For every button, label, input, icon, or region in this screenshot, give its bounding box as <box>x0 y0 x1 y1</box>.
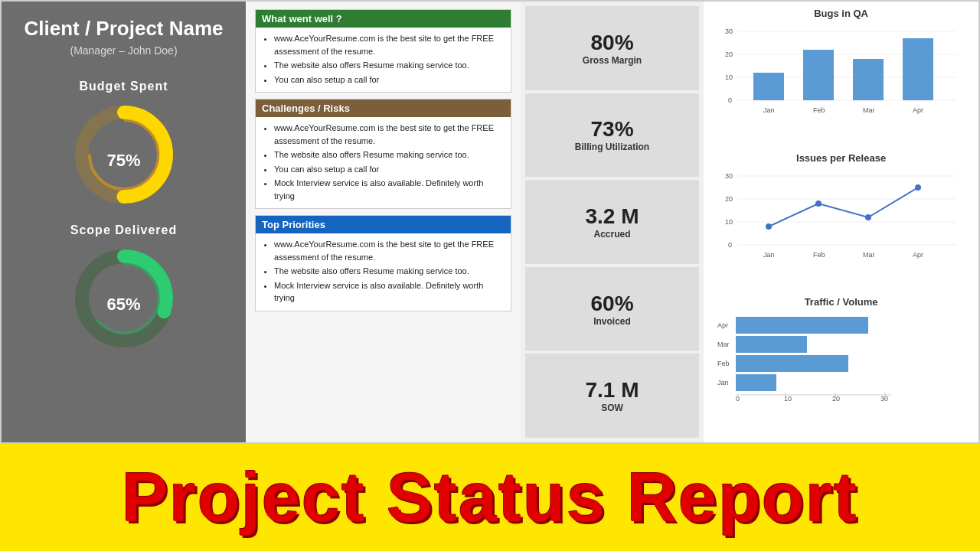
banner-text: Project Status Report <box>122 458 858 537</box>
svg-text:Feb: Feb <box>813 106 825 114</box>
svg-rect-44 <box>736 355 848 372</box>
priorities-list: www.AceYourResume.com is the best site t… <box>263 238 503 305</box>
challenges-box: Challenges / Risks www.AceYourResume.com… <box>255 99 511 209</box>
challenges-content: www.AceYourResume.com is the best site t… <box>256 117 511 208</box>
metric-label-3: Invoiced <box>593 316 631 327</box>
svg-text:Apr: Apr <box>913 106 923 114</box>
svg-rect-15 <box>803 50 834 100</box>
svg-text:Mar: Mar <box>717 341 730 348</box>
list-item: www.AceYourResume.com is the best site t… <box>274 238 503 263</box>
svg-point-31 <box>815 201 822 207</box>
charts-panel: Bugs in QA 30 20 10 0 <box>704 2 978 442</box>
metric-label-1: Billing Utilization <box>575 142 649 152</box>
svg-text:10: 10 <box>784 395 792 403</box>
list-item: Mock Interview service is also available… <box>274 177 503 202</box>
svg-rect-42 <box>736 317 868 334</box>
svg-text:Jan: Jan <box>717 379 729 386</box>
svg-point-30 <box>766 223 772 230</box>
bugs-chart-area: 30 20 10 0 Jan Feb <box>711 22 971 148</box>
metric-accrued: 3.2 M Accrued <box>525 180 699 264</box>
what-went-well-content: www.AceYourResume.com is the best site t… <box>256 28 511 92</box>
issues-chart-title: Issues per Release <box>711 152 971 164</box>
svg-text:10: 10 <box>725 218 733 226</box>
challenges-header: Challenges / Risks <box>256 99 511 117</box>
svg-point-32 <box>865 214 871 220</box>
metric-billing: 73% Billing Utilization <box>525 93 699 178</box>
what-went-well-box: What went well ? www.AceYourResume.com i… <box>255 9 511 93</box>
bottom-banner: Project Status Report <box>0 444 980 551</box>
svg-rect-14 <box>753 73 784 100</box>
metrics-panel: 80% Gross Margin 73% Billing Utilization… <box>521 2 704 442</box>
left-panel: Client / Project Name (Manager – John Do… <box>2 2 246 442</box>
budget-gauge: 75% <box>70 101 178 208</box>
metric-invoiced: 60% Invoiced <box>525 267 699 351</box>
svg-text:Mar: Mar <box>863 251 875 259</box>
svg-text:Apr: Apr <box>913 251 923 259</box>
list-item: The website also offers Resume making se… <box>274 265 503 278</box>
scope-percent: 65% <box>106 295 140 315</box>
svg-text:20: 20 <box>725 51 733 58</box>
traffic-chart-section: Traffic / Volume Apr Mar Feb Jan 0 1 <box>711 296 971 436</box>
priorities-header: Top Priorities <box>256 216 511 233</box>
budget-label: Budget Spent <box>80 80 168 93</box>
metric-value-3: 60% <box>591 292 634 316</box>
traffic-chart-area: Apr Mar Feb Jan 0 10 20 30 <box>711 311 971 436</box>
issues-chart-section: Issues per Release 30 20 10 0 <box>711 152 971 292</box>
list-item: The website also offers Resume making se… <box>274 148 503 161</box>
svg-text:0: 0 <box>736 395 740 403</box>
metric-label-0: Gross Margin <box>583 55 642 66</box>
svg-text:30: 30 <box>880 395 888 403</box>
issues-chart-area: 30 20 10 0 Jan Feb <box>711 167 971 292</box>
budget-percent: 75% <box>106 151 140 171</box>
metric-gross-margin: 80% Gross Margin <box>525 6 699 90</box>
metric-value-4: 7.1 M <box>586 378 639 403</box>
svg-text:Feb: Feb <box>813 251 825 259</box>
metric-value-2: 3.2 M <box>586 204 639 229</box>
svg-point-33 <box>915 184 921 191</box>
traffic-chart-title: Traffic / Volume <box>711 296 971 308</box>
svg-text:20: 20 <box>725 195 733 203</box>
list-item: www.AceYourResume.com is the best site t… <box>274 122 503 147</box>
svg-text:Apr: Apr <box>717 321 728 329</box>
svg-text:0: 0 <box>728 241 732 249</box>
priorities-content: www.AceYourResume.com is the best site t… <box>256 233 511 311</box>
svg-text:30: 30 <box>725 28 733 35</box>
svg-text:10: 10 <box>725 73 733 81</box>
list-item: The website also offers Resume making se… <box>274 59 503 72</box>
svg-rect-45 <box>736 374 776 391</box>
challenges-list: www.AceYourResume.com is the best site t… <box>263 122 503 202</box>
svg-text:Jan: Jan <box>763 251 775 259</box>
what-went-well-list: www.AceYourResume.com is the best site t… <box>263 32 503 86</box>
svg-text:Feb: Feb <box>717 360 730 367</box>
middle-panel: What went well ? www.AceYourResume.com i… <box>246 2 521 442</box>
scope-label: Scope Delivered <box>70 223 178 237</box>
scope-gauge: 65% <box>70 245 178 352</box>
metric-label-2: Accrued <box>594 229 631 240</box>
what-went-well-header: What went well ? <box>256 10 511 28</box>
bugs-chart-title: Bugs in QA <box>711 8 971 19</box>
list-item: www.AceYourResume.com is the best site t… <box>274 32 503 57</box>
svg-rect-43 <box>736 336 807 353</box>
svg-text:Mar: Mar <box>863 106 875 114</box>
list-item: You can also setup a call for <box>274 163 503 176</box>
metric-value-1: 73% <box>591 117 634 142</box>
svg-rect-17 <box>903 38 933 100</box>
bugs-chart-section: Bugs in QA 30 20 10 0 <box>711 8 971 148</box>
svg-text:20: 20 <box>832 395 840 403</box>
metric-label-4: SOW <box>601 403 623 413</box>
project-title: Client / Project Name <box>24 17 223 41</box>
list-item: You can also setup a call for <box>274 73 503 86</box>
project-manager: (Manager – John Doe) <box>70 44 177 57</box>
metric-sow: 7.1 M SOW <box>525 354 699 438</box>
svg-rect-16 <box>853 59 884 100</box>
list-item: Mock Interview service is also available… <box>274 279 503 305</box>
svg-text:0: 0 <box>728 96 732 104</box>
svg-text:30: 30 <box>725 172 733 180</box>
priorities-box: Top Priorities www.AceYourResume.com is … <box>255 215 511 311</box>
metric-value-0: 80% <box>591 31 634 55</box>
svg-text:Jan: Jan <box>763 106 775 114</box>
